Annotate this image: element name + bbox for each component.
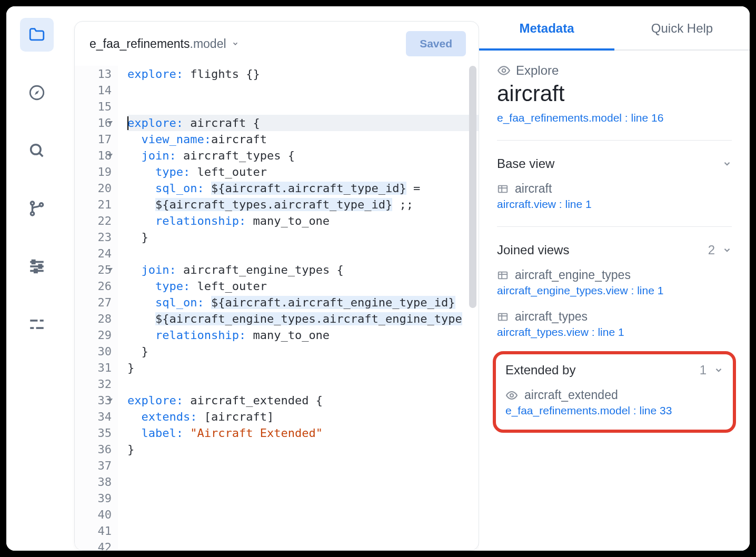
svg-point-17 xyxy=(502,69,506,73)
svg-marker-1 xyxy=(34,91,39,95)
svg-rect-24 xyxy=(499,313,508,320)
code-line[interactable] xyxy=(127,98,479,115)
code-editor[interactable]: 1314151617181920212223242526272829303132… xyxy=(75,66,479,550)
line-number: 20 xyxy=(75,180,112,196)
code-line[interactable]: relationship: many_to_one xyxy=(127,213,479,229)
code-line[interactable] xyxy=(127,474,479,490)
line-number: 27 xyxy=(75,294,112,311)
search-icon[interactable] xyxy=(20,134,54,167)
code-line[interactable] xyxy=(127,506,479,523)
section-joined-views[interactable]: Joined views 2 xyxy=(497,243,732,257)
code-line[interactable] xyxy=(127,245,479,262)
chevron-down-icon xyxy=(714,365,723,375)
code-line[interactable]: } xyxy=(127,360,479,376)
line-number: 16 xyxy=(75,115,112,131)
svg-rect-12 xyxy=(34,270,36,273)
chevron-down-icon xyxy=(722,245,732,255)
code-line[interactable] xyxy=(127,490,479,506)
code-line[interactable]: ${aircraft_engine_types.aircraft_engine_… xyxy=(127,311,479,327)
svg-rect-18 xyxy=(499,185,508,192)
line-number: 19 xyxy=(75,164,112,180)
code-line[interactable] xyxy=(127,376,479,392)
code-line[interactable]: relationship: many_to_one xyxy=(127,327,479,343)
line-number: 33 xyxy=(75,392,112,409)
item-name: aircraft xyxy=(515,182,552,196)
folder-icon[interactable] xyxy=(20,18,54,52)
compass-icon[interactable] xyxy=(20,76,54,110)
line-number: 41 xyxy=(75,523,112,539)
item-name: aircraft_types xyxy=(515,310,588,324)
view-item[interactable]: aircraft_engine_types xyxy=(497,268,732,282)
section-extended-by[interactable]: Extended by 1 xyxy=(505,363,723,377)
filename[interactable]: e_faa_refinements.model xyxy=(89,37,226,51)
section-count: 1 xyxy=(700,363,707,377)
code-line[interactable]: type: left_outer xyxy=(127,164,479,180)
svg-rect-21 xyxy=(499,272,508,278)
line-number: 18 xyxy=(75,147,112,164)
view-item[interactable]: aircraft xyxy=(497,182,732,196)
code-line[interactable]: join: aircraft_types { xyxy=(127,147,479,164)
code-line[interactable]: extends: [aircraft] xyxy=(127,409,479,425)
line-number: 30 xyxy=(75,343,112,360)
code-line[interactable]: explore: flights {} xyxy=(127,66,479,82)
item-location-link[interactable]: e_faa_refinements.model : line 33 xyxy=(505,404,723,417)
line-number: 37 xyxy=(75,457,112,474)
svg-point-27 xyxy=(510,394,513,397)
tab-metadata[interactable]: Metadata xyxy=(479,6,614,51)
code-line[interactable]: label: "Aircraft Extended" xyxy=(127,425,479,441)
object-name: aircraft xyxy=(497,81,732,106)
eye-icon xyxy=(497,64,511,77)
section-title: Extended by xyxy=(505,363,575,377)
line-number: 24 xyxy=(75,245,112,262)
line-number: 34 xyxy=(75,409,112,425)
sliders-icon[interactable] xyxy=(20,250,54,283)
code-line[interactable] xyxy=(127,539,479,550)
code-line[interactable]: ${aircraft_types.aircraft_type_id} ;; xyxy=(127,196,479,213)
table-icon xyxy=(497,183,509,195)
code-line[interactable]: explore: aircraft_extended { xyxy=(127,392,479,409)
code-line[interactable]: view_name:aircraft xyxy=(127,131,479,147)
code-line[interactable]: } xyxy=(127,441,479,457)
code-line[interactable]: join: aircraft_engine_types { xyxy=(127,262,479,278)
code-line[interactable] xyxy=(127,523,479,539)
line-number: 13 xyxy=(75,66,112,82)
save-button[interactable]: Saved xyxy=(406,31,466,56)
code-line[interactable] xyxy=(127,457,479,474)
section-title: Joined views xyxy=(497,243,569,257)
object-type: Explore xyxy=(516,63,559,78)
item-location-link[interactable]: aircraft_types.view : line 1 xyxy=(497,326,732,339)
item-location-link[interactable]: aircraft.view : line 1 xyxy=(497,198,732,211)
view-item[interactable]: aircraft_types xyxy=(497,310,732,324)
line-number: 17 xyxy=(75,131,112,147)
vertical-toolbar xyxy=(6,6,67,551)
section-base-view[interactable]: Base view xyxy=(497,156,732,171)
code-line[interactable]: sql_on: ${aircraft.aircraft_type_id} = xyxy=(127,180,479,196)
code-line[interactable]: explore: aircraft { xyxy=(127,115,479,131)
code-line[interactable]: sql_on: ${aircraft.aircraft_engine_type_… xyxy=(127,294,479,311)
line-number: 38 xyxy=(75,474,112,490)
table-icon xyxy=(497,270,509,281)
line-number: 36 xyxy=(75,441,112,457)
code-line[interactable]: type: left_outer xyxy=(127,278,479,294)
svg-rect-10 xyxy=(32,261,34,264)
svg-point-5 xyxy=(31,212,34,215)
code-line[interactable]: } xyxy=(127,229,479,245)
scrollbar[interactable] xyxy=(469,66,476,308)
explore-item[interactable]: aircraft_extended xyxy=(505,388,723,402)
eye-icon xyxy=(505,389,518,402)
line-number: 25 xyxy=(75,262,112,278)
chevron-down-icon xyxy=(722,159,732,168)
item-location-link[interactable]: aircraft_engine_types.view : line 1 xyxy=(497,284,732,297)
object-location-link[interactable]: e_faa_refinements.model : line 16 xyxy=(497,112,732,124)
line-number: 28 xyxy=(75,311,112,327)
line-number: 22 xyxy=(75,213,112,229)
code-line[interactable]: } xyxy=(127,343,479,360)
branch-icon[interactable] xyxy=(20,192,54,225)
code-line[interactable] xyxy=(127,82,479,98)
line-number: 15 xyxy=(75,98,112,115)
filename-dropdown-icon[interactable] xyxy=(232,40,239,47)
tab-quickhelp[interactable]: Quick Help xyxy=(614,6,750,49)
line-number: 26 xyxy=(75,278,112,294)
svg-point-4 xyxy=(31,202,34,205)
panels-icon[interactable] xyxy=(20,307,54,341)
